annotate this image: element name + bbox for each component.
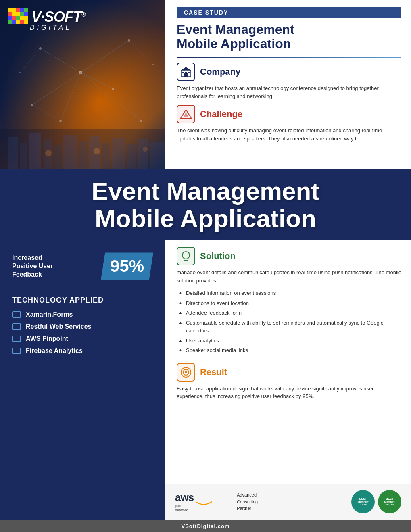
svg-point-73 [185, 371, 187, 373]
logo-area: V·SOFT® DIGITAL [8, 8, 85, 31]
aws-sub: partnernetwork [175, 504, 194, 513]
left-bottom-panel: Increased Positive User Feedback 95% TEC… [0, 240, 165, 484]
badges-area: BEST Staffing® CLIENT BEST Staffing® TAL… [351, 490, 401, 513]
svg-rect-32 [150, 142, 165, 169]
right-panel-inner: CASE STUDY Event Management Mobile Appli… [177, 7, 401, 162]
svg-rect-42 [12, 12, 16, 16]
vsoft-logo: V·SOFT® DIGITAL [8, 8, 85, 31]
tech-icon-2 [12, 323, 21, 330]
solution-title: Solution [200, 251, 236, 261]
svg-line-17 [129, 40, 153, 65]
digital-label: DIGITAL [30, 24, 71, 31]
svg-rect-29 [112, 138, 125, 169]
svg-rect-57 [182, 72, 184, 73]
right-content-panel: CASE STUDY Event Management Mobile Appli… [165, 0, 411, 169]
svg-line-13 [32, 73, 81, 105]
tech-icon-3 [12, 336, 21, 342]
svg-rect-58 [185, 72, 187, 73]
list-item: Detailed information on event sessions [179, 289, 401, 297]
svg-line-19 [32, 105, 61, 121]
metric-label: Increased Positive User Feedback [12, 254, 94, 279]
tech-icon-1 [12, 311, 21, 318]
svg-point-34 [94, 148, 100, 154]
solution-intro: manage event details and communicate upd… [177, 269, 401, 284]
svg-line-18 [113, 89, 141, 121]
svg-line-16 [20, 48, 40, 73]
svg-rect-40 [24, 8, 28, 12]
svg-rect-28 [102, 143, 110, 169]
svg-rect-55 [24, 20, 28, 24]
svg-rect-30 [127, 144, 136, 169]
mountain-icon [180, 109, 192, 119]
registered-mark: ® [81, 11, 85, 18]
overlay-title: Event Management Mobile Application [75, 169, 336, 240]
challenge-icon [177, 105, 195, 123]
svg-line-15 [61, 73, 81, 121]
result-header: Result [177, 363, 401, 382]
metric-area: Increased Positive User Feedback 95% [12, 252, 153, 280]
bottom-bar: VSoftDigital.com [0, 520, 411, 532]
right-bottom-panel: Solution manage event details and commun… [165, 240, 411, 484]
partner-text: Advanced Consulting Partner [237, 492, 258, 512]
badge-talent: BEST Staffing® TALENT [378, 490, 401, 513]
metric-value: 95% [101, 252, 153, 280]
list-item: User analytics [179, 337, 401, 345]
svg-rect-52 [12, 20, 16, 24]
vsoft-name: V·SOFT® [31, 8, 85, 25]
svg-rect-22 [29, 133, 41, 169]
list-item: Attendee feedback form [179, 309, 401, 317]
main-title: Event Management Mobile Application [177, 23, 401, 51]
svg-rect-20 [8, 137, 18, 169]
svg-point-33 [45, 150, 52, 156]
section-divider [177, 358, 401, 358]
svg-rect-37 [12, 8, 16, 12]
page-wrapper: V·SOFT® DIGITAL CASE STUDY Event Managem… [0, 0, 411, 532]
svg-line-12 [81, 73, 113, 89]
svg-rect-21 [20, 143, 27, 169]
list-item: Firebase Analytics [12, 347, 153, 355]
technology-section: TECHNOLOGY APPLIED Xamarin.Forms Restful… [12, 296, 153, 359]
company-icon [177, 63, 195, 81]
svg-rect-51 [8, 20, 12, 24]
svg-rect-49 [20, 16, 24, 20]
footer-divider [225, 492, 225, 512]
list-item: Directions to event location [179, 299, 401, 307]
tech-list: Xamarin.Forms Restful Web Services AWS P… [12, 311, 153, 355]
solution-icon [177, 247, 195, 265]
list-item: Xamarin.Forms [12, 311, 153, 318]
building-icon [180, 67, 192, 77]
challenge-text: The client was having difficulty managin… [177, 127, 401, 142]
svg-marker-61 [181, 67, 191, 70]
aws-text: aws [175, 491, 194, 504]
footer-section: aws partnernetwork Advanced Consulting P… [0, 484, 411, 520]
svg-rect-41 [8, 12, 12, 16]
svg-rect-48 [16, 16, 20, 20]
list-item: AWS Pinpoint [12, 335, 153, 342]
svg-rect-31 [138, 139, 148, 169]
svg-rect-53 [16, 20, 20, 24]
svg-line-14 [81, 73, 141, 121]
company-header: Company [177, 63, 401, 81]
top-section: V·SOFT® DIGITAL CASE STUDY Event Managem… [0, 0, 411, 169]
tech-title: TECHNOLOGY APPLIED [12, 296, 153, 305]
company-title: Company [200, 67, 240, 77]
footer-left-space [0, 484, 165, 520]
svg-rect-24 [54, 145, 61, 169]
list-item: Speaker social media links [179, 346, 401, 355]
logo-top: V·SOFT® [8, 8, 85, 26]
list-item: Customizable schedule with ability to se… [179, 319, 401, 335]
website-text: VSoftDigital.com [181, 523, 229, 529]
list-item: Restful Web Services [12, 323, 153, 330]
svg-rect-59 [188, 72, 190, 73]
solution-header: Solution [177, 247, 401, 265]
svg-rect-47 [12, 16, 16, 20]
result-text: Easy-to-use application design that work… [177, 385, 401, 401]
lightbulb-icon [180, 250, 192, 262]
svg-rect-39 [20, 8, 24, 12]
svg-line-69 [182, 252, 182, 253]
target-icon [180, 366, 192, 378]
svg-rect-54 [20, 20, 24, 24]
svg-line-70 [190, 252, 190, 253]
logo-grid-icon [8, 8, 30, 26]
svg-rect-25 [63, 135, 77, 169]
